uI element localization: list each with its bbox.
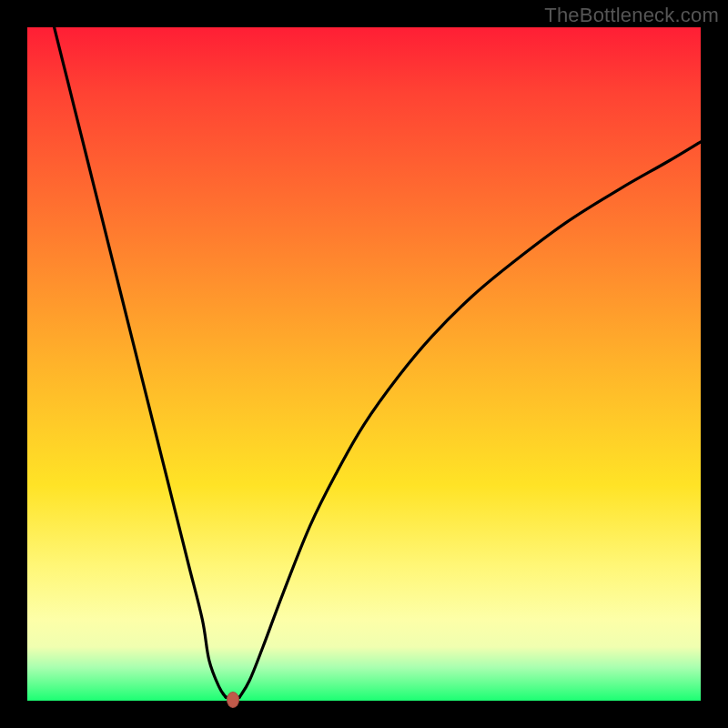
- plot-area: [27, 27, 701, 701]
- optimal-point-marker: [227, 692, 239, 708]
- curve-right-branch: [239, 142, 701, 698]
- curve-left-branch: [55, 27, 227, 697]
- watermark-text: TheBottleneck.com: [544, 4, 719, 27]
- chart-frame: TheBottleneck.com: [0, 0, 728, 728]
- bottleneck-curve-svg: [27, 27, 701, 701]
